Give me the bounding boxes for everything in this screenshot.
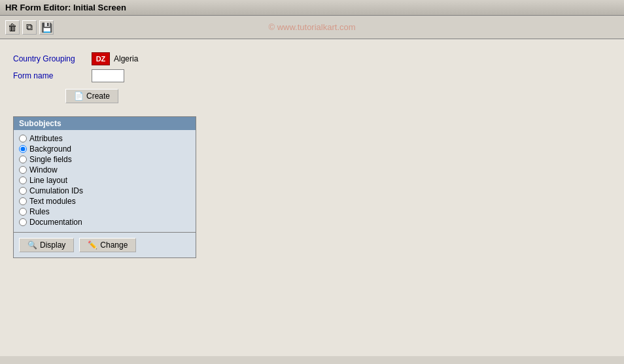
- radio-cumulation-ids-input[interactable]: [19, 187, 27, 195]
- radio-cumulation-ids-label: Cumulation IDs: [29, 186, 83, 195]
- radio-window-input[interactable]: [19, 166, 27, 174]
- create-btn-area: 📄 Create: [65, 89, 611, 103]
- radio-line-layout[interactable]: Line layout: [19, 176, 190, 185]
- radio-rules[interactable]: Rules: [19, 207, 190, 216]
- radio-single-fields-label: Single fields: [29, 155, 72, 164]
- radio-text-modules-input[interactable]: [19, 197, 27, 205]
- radio-single-fields[interactable]: Single fields: [19, 155, 190, 164]
- radio-background-label: Background: [29, 144, 71, 154]
- form-name-input[interactable]: [92, 69, 124, 82]
- radio-attributes-input[interactable]: [19, 135, 27, 142]
- subobjects-body: Attributes Background Single fields Wind…: [14, 130, 196, 232]
- radio-attributes[interactable]: Attributes: [19, 134, 190, 143]
- radio-rules-label: Rules: [29, 207, 50, 216]
- delete-icon[interactable]: 🗑: [5, 20, 20, 35]
- radio-documentation-label: Documentation: [29, 218, 82, 227]
- country-grouping-row: Country Grouping DZ Algeria: [13, 52, 611, 65]
- radio-background[interactable]: Background: [19, 144, 190, 154]
- radio-cumulation-ids[interactable]: Cumulation IDs: [19, 186, 190, 195]
- main-content: Country Grouping DZ Algeria Form name 📄 …: [0, 39, 624, 356]
- create-button-label: Create: [86, 91, 110, 101]
- toolbar: 🗑 ⧉ 💾 © www.tutorialkart.com: [0, 16, 624, 39]
- radio-attributes-label: Attributes: [29, 134, 63, 143]
- change-button-label: Change: [100, 240, 128, 250]
- create-icon: 📄: [74, 91, 84, 101]
- save-icon[interactable]: 💾: [39, 20, 54, 35]
- country-code-box[interactable]: DZ: [92, 52, 110, 65]
- radio-documentation-input[interactable]: [19, 218, 27, 226]
- form-name-label: Form name: [13, 71, 92, 80]
- radio-window-label: Window: [29, 165, 58, 174]
- subobjects-panel: Subobjects Attributes Background Single …: [13, 116, 196, 258]
- watermark: © www.tutorialkart.com: [268, 22, 355, 32]
- create-button[interactable]: 📄 Create: [65, 89, 118, 103]
- radio-single-fields-input[interactable]: [19, 156, 27, 163]
- subobjects-footer: 🔍 Display ✏️ Change: [14, 232, 196, 257]
- copy-icon[interactable]: ⧉: [22, 20, 37, 35]
- title-bar: HR Form Editor: Initial Screen: [0, 0, 624, 16]
- toolbar-icons: 🗑 ⧉ 💾: [5, 20, 54, 35]
- radio-window[interactable]: Window: [19, 165, 190, 174]
- country-name: Algeria: [114, 54, 138, 63]
- change-icon: ✏️: [88, 240, 97, 250]
- radio-rules-input[interactable]: [19, 208, 27, 216]
- display-icon: 🔍: [27, 240, 37, 250]
- radio-background-input[interactable]: [19, 145, 27, 153]
- form-section: Country Grouping DZ Algeria Form name 📄 …: [13, 52, 611, 103]
- form-name-row: Form name: [13, 69, 611, 82]
- display-button-label: Display: [40, 240, 65, 250]
- country-grouping-label: Country Grouping: [13, 54, 92, 63]
- subobjects-header: Subobjects: [14, 117, 196, 130]
- display-button[interactable]: 🔍 Display: [19, 238, 74, 252]
- change-button[interactable]: ✏️ Change: [79, 238, 136, 252]
- radio-line-layout-label: Line layout: [29, 176, 67, 185]
- radio-text-modules[interactable]: Text modules: [19, 197, 190, 206]
- radio-documentation[interactable]: Documentation: [19, 218, 190, 227]
- radio-text-modules-label: Text modules: [29, 197, 76, 206]
- title-text: HR Form Editor: Initial Screen: [5, 3, 126, 12]
- radio-line-layout-input[interactable]: [19, 176, 27, 184]
